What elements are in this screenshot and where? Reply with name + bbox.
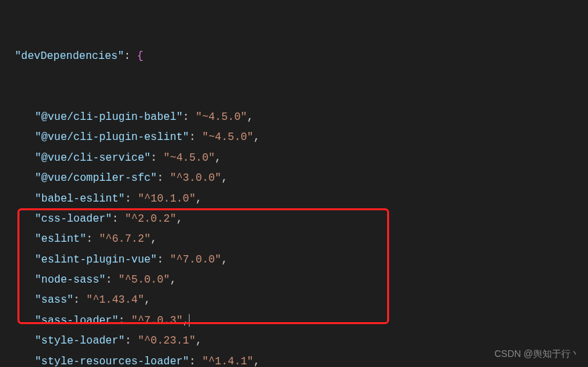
code-line: "node-sass": "^5.0.0",: [3, 270, 588, 290]
json-key: "eslint": [35, 233, 86, 245]
json-value: "~4.5.0": [196, 111, 247, 123]
code-line: "sass": "^1.43.4",: [3, 290, 588, 310]
json-key: "sass": [35, 294, 74, 306]
json-key: "sass-loader": [35, 315, 119, 327]
code-line: "@vue/cli-plugin-babel": "~4.5.0",: [3, 107, 588, 127]
code-line: "sass-loader": "^7.0.3",: [3, 311, 588, 331]
text-cursor: [189, 314, 190, 327]
json-value: "^5.0.0": [119, 274, 170, 286]
watermark-text: CSDN @舆知于行丶: [494, 345, 580, 363]
json-value: "^7.0.3": [131, 315, 183, 327]
json-key: "babel-eslint": [35, 193, 125, 205]
json-key: "style-resources-loader": [35, 356, 189, 367]
json-value: "^7.0.0": [170, 254, 222, 266]
json-key: "@vue/cli-service": [35, 152, 151, 164]
json-value: "~4.5.0": [163, 152, 215, 164]
code-line: "babel-eslint": "^10.1.0",: [3, 189, 588, 209]
json-key: "@vue/cli-plugin-eslint": [35, 131, 189, 143]
json-key: "style-loader": [35, 335, 125, 347]
json-key: "@vue/cli-plugin-babel": [35, 111, 183, 123]
json-value: "^6.7.2": [99, 233, 151, 245]
code-editor[interactable]: "devDependencies": { "@vue/cli-plugin-ba…: [0, 5, 588, 367]
json-value: "^1.43.4": [86, 294, 144, 306]
code-line: "@vue/compiler-sfc": "^3.0.0",: [3, 168, 588, 188]
code-line: "eslint": "^6.7.2",: [3, 229, 588, 249]
json-key: "devDependencies": [15, 50, 124, 62]
code-line: "devDependencies": {: [3, 46, 588, 66]
json-value: "~4.5.0": [202, 131, 254, 143]
code-line: "@vue/cli-service": "~4.5.0",: [3, 148, 588, 168]
json-key: "node-sass": [35, 274, 106, 286]
json-key: "css-loader": [35, 213, 112, 225]
code-line: "css-loader": "^2.0.2",: [3, 209, 588, 229]
json-value: "^10.1.0": [138, 193, 196, 205]
json-value: "^0.23.1": [138, 335, 196, 347]
code-line: "eslint-plugin-vue": "^7.0.0",: [3, 250, 588, 270]
json-key: "@vue/compiler-sfc": [35, 172, 157, 184]
json-key: "eslint-plugin-vue": [35, 254, 157, 266]
json-value: "^2.0.2": [125, 213, 176, 225]
json-value: "^1.4.1": [202, 356, 254, 367]
code-line: "@vue/cli-plugin-eslint": "~4.5.0",: [3, 127, 588, 147]
json-value: "^3.0.0": [170, 172, 222, 184]
